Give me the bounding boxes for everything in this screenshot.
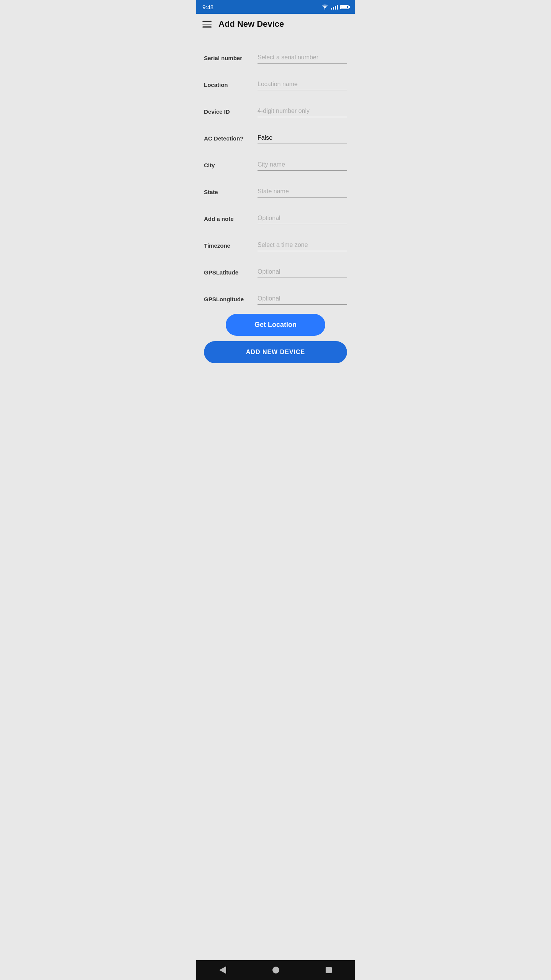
signal-icon [331,4,338,10]
form-row-location: Location [196,65,355,92]
recents-button[interactable] [326,967,332,973]
input-gps-latitude[interactable] [258,268,347,275]
label-timezone: Timezone [204,242,258,251]
form-row-gps-longitude: GPSLongitude [196,279,355,306]
status-icons [321,4,349,10]
home-icon [272,967,279,973]
back-icon [219,966,226,974]
form-row-gps-latitude: GPSLatitude [196,253,355,279]
form-row-device-id: Device ID [196,92,355,119]
label-device-id: Device ID [204,108,258,117]
input-device-id[interactable] [258,108,347,114]
add-new-device-button[interactable]: ADD NEW DEVICE [204,341,347,363]
input-location[interactable] [258,81,347,88]
label-gps-longitude: GPSLongitude [204,296,258,305]
label-gps-latitude: GPSLatitude [204,269,258,278]
form-row-state: State [196,172,355,199]
form-row-city: City [196,145,355,172]
svg-point-0 [324,8,325,9]
label-city: City [204,162,258,171]
get-location-button[interactable]: Get Location [226,314,325,336]
form-row-ac-detection: AC Detection? [196,119,355,145]
back-button[interactable] [219,966,226,974]
form-row-add-a-note: Add a note [196,199,355,226]
bottom-navigation [196,960,355,980]
label-state: State [204,189,258,198]
form-container: Serial numberLocationDevice IDAC Detecti… [196,34,355,960]
input-serial-number[interactable] [258,54,347,61]
status-time: 9:48 [202,4,214,10]
label-add-a-note: Add a note [204,216,258,224]
form-row-serial-number: Serial number [196,38,355,65]
app-bar: Add New Device [196,14,355,34]
status-bar: 9:48 [196,0,355,14]
input-ac-detection[interactable] [258,134,347,141]
input-city[interactable] [258,161,347,168]
home-button[interactable] [272,967,279,973]
input-state[interactable] [258,188,347,195]
form-row-timezone: Timezone [196,226,355,253]
recents-icon [326,967,332,973]
input-add-a-note[interactable] [258,215,347,222]
label-location: Location [204,82,258,90]
label-serial-number: Serial number [204,55,258,64]
label-ac-detection: AC Detection? [204,135,258,144]
menu-button[interactable] [202,21,212,28]
input-gps-longitude[interactable] [258,295,347,302]
wifi-icon [321,4,329,10]
page-title: Add New Device [218,19,284,29]
battery-icon [340,5,349,9]
input-timezone[interactable] [258,242,347,248]
button-area: Get Location ADD NEW DEVICE [196,306,355,367]
